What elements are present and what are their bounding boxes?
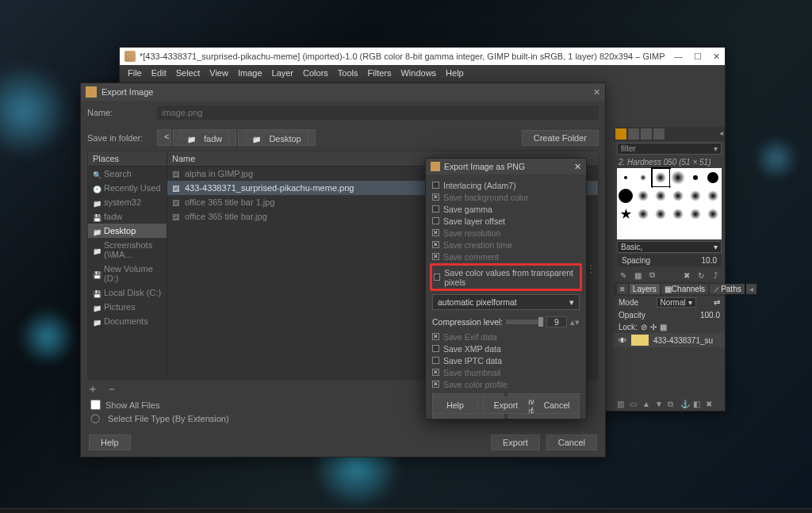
checkbox[interactable] [434, 274, 440, 281]
menu-help[interactable]: Help [441, 68, 469, 78]
refresh-brush-icon[interactable]: ↻ [696, 270, 706, 280]
png-option[interactable]: Save IPTC data [432, 354, 580, 366]
lock-position-icon[interactable]: ✢ [650, 323, 657, 331]
menu-layer[interactable]: Layer [267, 68, 299, 78]
png-option[interactable]: ✕Save comment [432, 251, 580, 262]
menu-file[interactable]: File [123, 68, 147, 78]
dock-menu-icon[interactable]: ◂ [746, 284, 756, 294]
file-type-expander-icon[interactable] [90, 413, 103, 423]
checkbox[interactable] [432, 217, 439, 224]
places-item[interactable]: system32 [88, 195, 167, 209]
menu-edit[interactable]: Edit [147, 68, 171, 78]
delete-brush-icon[interactable]: ✖ [682, 270, 691, 280]
checkbox[interactable] [432, 357, 439, 364]
png-dialog-titlebar[interactable]: Export Image as PNG ✕ [426, 159, 586, 174]
checkbox[interactable]: ✕ [432, 193, 439, 201]
brushes-tab-icon[interactable] [615, 128, 626, 140]
spinner-icon[interactable]: ▴▾ [570, 317, 580, 327]
mode-switch-icon[interactable]: ⇄ [714, 298, 720, 307]
menu-select[interactable]: Select [171, 68, 205, 78]
cancel-button[interactable]: Cancel [534, 396, 580, 414]
png-option[interactable]: Save XMP data [432, 343, 580, 354]
places-item[interactable]: Local Disk (C:) [88, 285, 167, 300]
fonts-tab-icon[interactable] [641, 128, 652, 140]
layer-name[interactable]: 433-4338371_su [653, 336, 713, 345]
checkbox[interactable]: ✕ [432, 333, 439, 340]
export-dialog-titlebar[interactable]: Export Image ✕ [81, 83, 605, 101]
places-item[interactable]: Search [88, 167, 167, 181]
gimp-titlebar[interactable]: *[433-4338371_surprised-pikachu-meme] (i… [120, 48, 725, 65]
tab-channels[interactable]: ▦Channels [661, 284, 708, 294]
checkbox[interactable]: ✕ [432, 381, 439, 388]
filename-input[interactable]: image.png [157, 105, 599, 120]
png-option[interactable]: ✕Save background color [432, 191, 580, 203]
checkbox[interactable]: ✕ [432, 241, 439, 248]
places-item[interactable]: fadw [88, 209, 167, 224]
menu-filters[interactable]: Filters [363, 68, 396, 78]
checkbox[interactable]: ✕ [432, 253, 439, 260]
places-item[interactable]: Desktop [88, 224, 167, 238]
png-option[interactable]: ✕Save thumbnail [432, 366, 580, 378]
maximize-button[interactable]: ☐ [694, 52, 702, 62]
places-item[interactable]: Screenshots (\\MA... [88, 238, 167, 262]
png-option[interactable]: ✕Save Exif data [432, 331, 580, 343]
breadcrumb-item[interactable]: Desktop [238, 129, 315, 146]
menu-windows[interactable]: Windows [396, 68, 441, 78]
close-button[interactable]: ✕ [713, 52, 720, 62]
create-folder-button[interactable]: Create Folder [522, 130, 599, 146]
brush-preset-select[interactable]: Basic,▾ [617, 241, 722, 253]
menu-image[interactable]: Image [233, 68, 267, 78]
lower-layer-icon[interactable]: ▼ [655, 400, 665, 409]
png-option[interactable]: Save gamma [432, 203, 580, 215]
layer-mode-select[interactable]: Normal ▾ [657, 297, 696, 308]
brush-grid[interactable] [617, 168, 722, 239]
cancel-button[interactable]: Cancel [546, 435, 597, 450]
menu-colors[interactable]: Colors [298, 68, 333, 78]
tab-layers[interactable]: Layers [630, 284, 660, 294]
edit-brush-icon[interactable]: ✎ [619, 270, 628, 280]
compression-slider[interactable] [506, 320, 543, 324]
brush-filter-select[interactable]: filter▾ [617, 143, 722, 155]
close-icon[interactable]: ✕ [574, 162, 581, 171]
dock-menu-icon[interactable]: ◂ [719, 128, 723, 140]
layer-group-icon[interactable]: ▭ [630, 400, 639, 409]
checkbox[interactable] [432, 182, 439, 189]
save-transparent-pixels-label[interactable]: Save color values from transparent pixel… [444, 268, 578, 287]
png-option[interactable]: ✕Save resolution [432, 227, 580, 239]
patterns-tab-icon[interactable] [628, 128, 639, 140]
raise-layer-icon[interactable]: ▲ [642, 400, 652, 409]
opacity-value[interactable]: 100.0 [700, 311, 720, 320]
add-place-icon[interactable]: ＋ [87, 382, 98, 395]
open-brush-icon[interactable]: ⤴ [710, 270, 720, 280]
remove-place-icon[interactable]: － [106, 382, 117, 395]
lock-alpha-icon[interactable]: ▦ [660, 323, 667, 331]
column-drag-handle-icon[interactable]: ⋮ [585, 262, 596, 275]
merge-layer-icon[interactable]: ⚓ [680, 400, 690, 409]
png-option[interactable]: Save layer offset [432, 215, 580, 227]
brush-spacing[interactable]: Spacing10.0 [617, 255, 722, 266]
png-option[interactable]: ✕Save creation time [432, 239, 580, 251]
breadcrumb-back-icon[interactable]: < [157, 129, 171, 146]
lock-pixels-icon[interactable]: ⊘ [641, 323, 647, 331]
show-all-files-checkbox[interactable] [90, 400, 101, 410]
windows-taskbar[interactable] [0, 508, 812, 513]
close-icon[interactable]: ✕ [593, 87, 600, 98]
export-button[interactable]: Export [483, 396, 529, 414]
history-tab-icon[interactable] [653, 128, 665, 140]
checkbox[interactable] [432, 345, 439, 352]
places-item[interactable]: Documents [88, 314, 167, 328]
png-option[interactable]: ✕Save color profile [432, 378, 580, 390]
checkbox[interactable]: ✕ [432, 369, 439, 376]
png-option[interactable]: Interlacing (Adam7) [432, 179, 580, 191]
menu-tools[interactable]: Tools [333, 68, 363, 78]
places-item[interactable]: New Volume (D:) [88, 262, 167, 285]
layer-row[interactable]: 433-4338371_su [614, 333, 725, 347]
export-button[interactable]: Export [491, 435, 540, 450]
checkbox[interactable] [432, 205, 439, 212]
duplicate-layer-icon[interactable]: ⧉ [668, 400, 677, 409]
new-layer-icon[interactable]: ▥ [617, 400, 626, 409]
checkbox[interactable]: ✕ [432, 229, 439, 236]
places-item[interactable]: Recently Used [88, 181, 167, 195]
compression-value[interactable]: 9 [546, 316, 567, 327]
mask-layer-icon[interactable]: ◧ [693, 400, 703, 409]
